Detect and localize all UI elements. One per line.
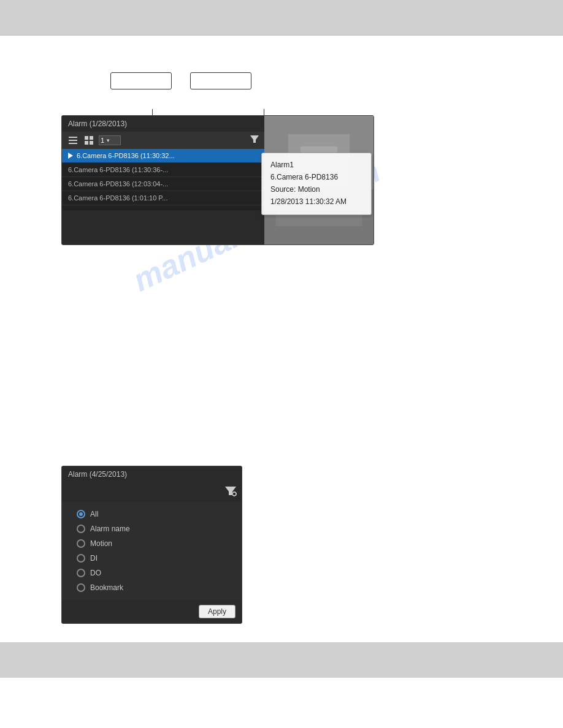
- tooltip-alarm-name: Alarm1: [270, 159, 362, 170]
- alarm-panel-2: Alarm (4/25/2013): [61, 466, 242, 624]
- svg-rect-0: [69, 137, 77, 138]
- filter-label-all: All: [90, 510, 98, 518]
- alarm-header-1: Alarm (1/28/2013): [62, 116, 264, 132]
- tooltip-camera: 6.Camera 6-PD8136: [270, 172, 362, 183]
- tooltip-source-label: Source:: [270, 185, 296, 194]
- apply-button[interactable]: Apply: [199, 605, 236, 618]
- filter-icon-1[interactable]: [250, 134, 259, 146]
- filter-option-alarm-name[interactable]: Alarm name: [71, 521, 233, 536]
- grid-view-icon[interactable]: [83, 134, 95, 146]
- radio-motion: [77, 539, 85, 548]
- page-dropdown-arrow[interactable]: ▼: [105, 138, 110, 143]
- alarm-list-item[interactable]: 6.Camera 6-PD8136 (11:30:32...: [62, 149, 264, 163]
- svg-rect-1: [69, 140, 77, 141]
- page-selector[interactable]: 1 ▼: [99, 135, 121, 145]
- radio-di: [77, 554, 85, 563]
- alarm-item-label: 6.Camera 6-PD8136 (1:01:10 P...: [68, 194, 167, 202]
- callout-container: [110, 72, 251, 89]
- svg-rect-6: [90, 141, 93, 145]
- alarm-item-label: 6.Camera 6-PD8136 (12:03:04-...: [68, 180, 168, 188]
- play-icon: [68, 153, 73, 159]
- filter-settings-icon[interactable]: [224, 485, 237, 499]
- filter-option-all[interactable]: All: [71, 507, 233, 521]
- svg-rect-4: [90, 136, 93, 140]
- alarm-header-2: Alarm (4/25/2013): [62, 466, 242, 482]
- filter-label-bookmark: Bookmark: [90, 583, 123, 592]
- top-bar: [0, 0, 563, 36]
- bottom-bar: [0, 642, 563, 678]
- radio-alarm-name: [77, 525, 85, 533]
- svg-rect-2: [69, 143, 77, 144]
- svg-marker-7: [250, 135, 259, 143]
- tooltip-source: Source: Motion: [270, 184, 362, 195]
- radio-do: [77, 569, 85, 577]
- page-value: 1: [101, 137, 104, 144]
- tooltip-datetime: 1/28/2013 11:30:32 AM: [270, 196, 362, 207]
- radio-all: [77, 510, 85, 518]
- filter-option-bookmark[interactable]: Bookmark: [71, 580, 233, 595]
- callout-box-1: [110, 72, 172, 89]
- filter-option-motion[interactable]: Motion: [71, 536, 233, 551]
- screenshot-area-1: Alarm (1/28/2013): [61, 115, 374, 245]
- screenshot-area-2: Alarm (4/25/2013): [61, 466, 242, 624]
- alarm-tooltip: Alarm1 6.Camera 6-PD8136 Source: Motion …: [261, 153, 372, 215]
- filter-option-di[interactable]: DI: [71, 551, 233, 566]
- filter-label-do: DO: [90, 569, 101, 577]
- radio-bookmark: [77, 583, 85, 592]
- alarm-list-item[interactable]: 6.Camera 6-PD8136 (1:01:10 P...: [62, 191, 264, 205]
- alarm-list-item[interactable]: 6.Camera 6-PD8136 (11:30:36-...: [62, 163, 264, 177]
- filter-label-di: DI: [90, 554, 98, 563]
- svg-rect-3: [85, 136, 88, 140]
- filter-option-do[interactable]: DO: [71, 566, 233, 580]
- filter-icon-row: [62, 482, 242, 502]
- alarm-item-label: 6.Camera 6-PD8136 (11:30:36-...: [68, 166, 168, 173]
- callout-box-2: [190, 72, 251, 89]
- filter-label-alarm-name: Alarm name: [90, 525, 130, 533]
- list-view-icon[interactable]: [67, 134, 79, 146]
- alarm-title-2: Alarm (4/25/2013): [68, 470, 127, 479]
- alarm-item-label: 6.Camera 6-PD8136 (11:30:32...: [77, 152, 175, 159]
- alarm-title-1: Alarm (1/28/2013): [68, 119, 127, 128]
- panel-left: Alarm (1/28/2013): [62, 116, 264, 245]
- svg-rect-5: [85, 141, 88, 145]
- alarm-list-item[interactable]: 6.Camera 6-PD8136 (12:03:04-...: [62, 177, 264, 191]
- filter-footer: Apply: [62, 600, 242, 623]
- filter-label-motion: Motion: [90, 539, 112, 548]
- alarm-panel-1: Alarm (1/28/2013): [61, 115, 374, 245]
- main-content: manualshive.com Alarm (1/28/2013): [0, 36, 563, 636]
- alarm-toolbar-1: 1 ▼: [62, 132, 264, 149]
- filter-panel: All Alarm name Motion DI DO: [62, 502, 242, 600]
- alarm-list-1: 6.Camera 6-PD8136 (11:30:32... 6.Camera …: [62, 149, 264, 210]
- tooltip-source-value: Motion: [298, 185, 320, 194]
